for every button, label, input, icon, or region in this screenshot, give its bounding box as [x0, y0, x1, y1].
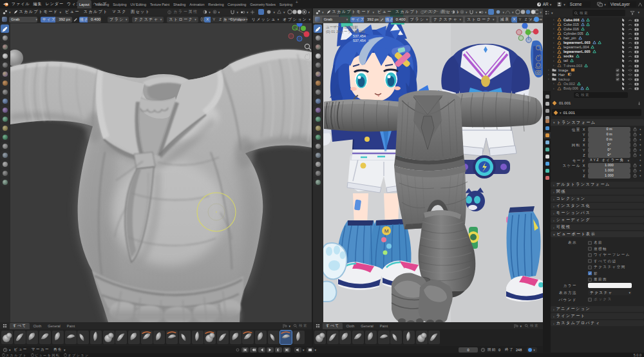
svg-text:(0) 01 JKセーラー服.003: (0) 01 JKセーラー服.003 [326, 30, 365, 34]
svg-text:537,454: 537,454 [353, 39, 366, 43]
svg-text:ユーザー・透視投影: ユーザー・透視投影 [326, 25, 358, 30]
svg-text:M: M [384, 228, 389, 234]
svg-text:537,454: 537,454 [353, 34, 366, 38]
